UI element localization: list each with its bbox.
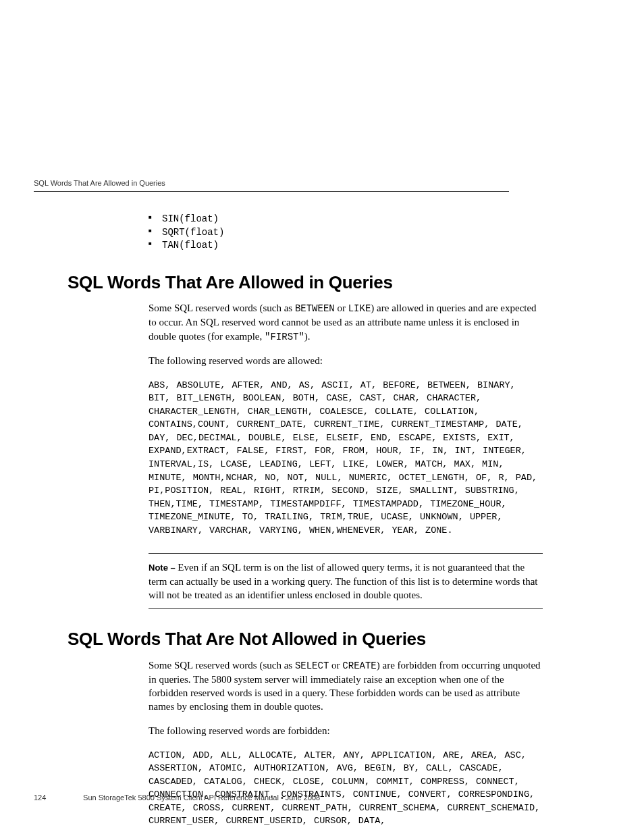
keyword-between: BETWEEN [295, 303, 335, 314]
section-heading-not-allowed: SQL Words That Are Not Allowed in Querie… [68, 629, 543, 649]
keyword-like: LIKE [348, 303, 371, 314]
paragraph: Some SQL reserved words (such as BETWEEN… [149, 301, 543, 343]
text: ). [304, 331, 311, 342]
text: or [335, 303, 348, 313]
list-item: SQRT(float) [149, 226, 543, 240]
section-heading-allowed: SQL Words That Are Allowed in Queries [68, 273, 543, 292]
note-label: Note – [149, 563, 178, 573]
text: or [329, 660, 342, 671]
page-footer: 124 Sun StorageTek 5800 System Client AP… [34, 793, 509, 802]
running-header: SQL Words That Are Allowed in Queries [34, 179, 509, 192]
footer-title: Sun StorageTek 5800 System Client API Re… [83, 793, 320, 802]
page-number: 124 [34, 793, 81, 802]
note-text: Even if an SQL term is on the list of al… [149, 562, 538, 600]
reserved-words-allowed: ABS, ABSOLUTE, AFTER, AND, AS, ASCII, AT… [149, 379, 543, 538]
text: Some SQL reserved words (such as [149, 660, 295, 671]
list-item: TAN(float) [149, 239, 543, 253]
body-content: SIN(float) SQRT(float) TAN(float) SQL Wo… [149, 213, 543, 828]
reserved-words-forbidden: ACTION, ADD, ALL, ALLOCATE, ALTER, ANY, … [149, 749, 543, 828]
function-list: SIN(float) SQRT(float) TAN(float) [149, 213, 543, 253]
text: Some SQL reserved words (such as [149, 303, 295, 313]
keyword-create: CREATE [342, 660, 376, 671]
list-item: SIN(float) [149, 213, 543, 226]
paragraph: The following reserved words are allowed… [149, 354, 543, 367]
keyword-select: SELECT [295, 660, 329, 671]
page: SQL Words That Are Allowed in Queries SI… [0, 0, 644, 834]
note-box: Note – Even if an SQL term is on the lis… [149, 553, 543, 609]
paragraph: The following reserved words are forbidd… [149, 724, 543, 737]
keyword-first: "FIRST" [265, 332, 304, 342]
paragraph: Some SQL reserved words (such as SELECT … [149, 658, 543, 714]
